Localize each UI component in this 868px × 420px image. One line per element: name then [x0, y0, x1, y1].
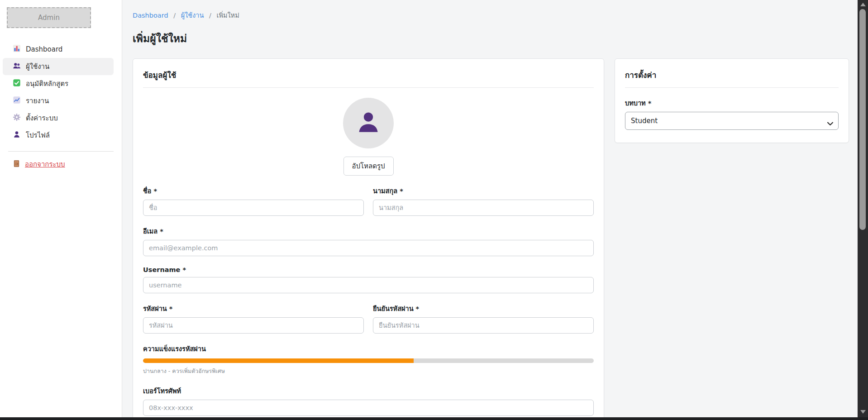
sidebar-item-label: โปรไฟล์: [26, 130, 50, 141]
settings-card-title: การตั้งค่า: [625, 69, 839, 88]
sidebar-item-label: รายงาน: [26, 95, 49, 106]
email-label: อีเมล *: [143, 226, 594, 236]
password-strength-track: [143, 358, 594, 363]
vertical-scrollbar[interactable]: [858, 0, 868, 417]
scrollbar-thumb[interactable]: [859, 9, 866, 230]
sidebar-item-reports[interactable]: รายงาน: [3, 92, 114, 110]
breadcrumb: Dashboard / ผู้ใช้งาน / เพิ่มใหม่: [133, 10, 850, 20]
confirm-password-field[interactable]: [373, 317, 594, 334]
door-icon: [13, 160, 20, 169]
sidebar-item-label: ตั้งค่าระบบ: [26, 113, 58, 124]
first-name-group: ชื่อ *: [143, 186, 364, 216]
breadcrumb-current: เพิ่มใหม่: [216, 12, 239, 19]
last-name-field[interactable]: [373, 200, 594, 216]
sidebar-item-system-settings[interactable]: ตั้งค่าระบบ: [3, 110, 114, 127]
password-strength-fill: [143, 358, 414, 363]
avatar-section: อัปโหลดรูป: [143, 98, 594, 176]
confirm-password-group: ยืนยันรหัสผ่าน *: [373, 303, 594, 334]
settings-card: การตั้งค่า บทบาท * Student: [615, 58, 849, 143]
bar-chart-icon: [13, 44, 21, 54]
name-row: ชื่อ * นามสกุล *: [143, 186, 594, 216]
window-bottom-edge: [0, 417, 868, 420]
username-group: Username *: [143, 266, 594, 293]
password-strength-hint: ปานกลาง - ควรเพิ่มตัวอักษรพิเศษ: [143, 367, 594, 376]
phone-field[interactable]: [143, 400, 594, 416]
password-label: รหัสผ่าน *: [143, 303, 364, 314]
email-group: อีเมล *: [143, 226, 594, 256]
password-field[interactable]: [143, 317, 364, 334]
person-icon: [13, 130, 21, 140]
breadcrumb-link-dashboard[interactable]: Dashboard: [133, 12, 168, 19]
breadcrumb-separator: /: [209, 12, 211, 19]
role-select-wrap: Student: [625, 112, 839, 130]
logout-label: ออกจากระบบ: [25, 159, 65, 170]
last-name-group: นามสกุล *: [373, 186, 594, 216]
sidebar-item-dashboard[interactable]: Dashboard: [3, 41, 114, 58]
user-info-card: ข้อมูลผู้ใช้ อัปโหลดรูป ชื: [133, 58, 604, 417]
email-field[interactable]: [143, 240, 594, 256]
main-content: Dashboard / ผู้ใช้งาน / เพิ่มใหม่ เพิ่มผ…: [122, 0, 858, 417]
sidebar-item-label: Dashboard: [26, 45, 62, 53]
scrollbar-up-arrow-icon[interactable]: [860, 3, 866, 6]
sidebar-item-label: ผู้ใช้งาน: [26, 61, 49, 72]
first-name-label: ชื่อ *: [143, 186, 364, 196]
app-window: Admin Dashboard: [0, 0, 868, 417]
user-info-card-title: ข้อมูลผู้ใช้: [143, 69, 594, 88]
content-row: ข้อมูลผู้ใช้ อัปโหลดรูป ชื: [133, 58, 850, 417]
password-strength-section: ความแข็งแรงรหัสผ่าน ปานกลาง - ควรเพิ่มตั…: [143, 344, 594, 376]
line-chart-icon: [13, 96, 21, 106]
users-icon: [13, 62, 21, 72]
password-strength-label: ความแข็งแรงรหัสผ่าน: [143, 344, 594, 354]
sidebar-nav: Dashboard ผู้ใช้งาน: [0, 41, 122, 144]
sidebar-logo-placeholder: Admin: [7, 7, 91, 28]
password-row: รหัสผ่าน * ยืนยันรหัสผ่าน *: [143, 303, 594, 334]
role-select[interactable]: Student: [625, 112, 839, 130]
gear-icon: [13, 113, 21, 123]
username-label: Username *: [143, 266, 594, 273]
sidebar-item-profile[interactable]: โปรไฟล์: [3, 127, 114, 144]
confirm-password-label: ยืนยันรหัสผ่าน *: [373, 303, 594, 314]
upload-photo-button[interactable]: อัปโหลดรูป: [343, 157, 394, 176]
sidebar-item-users[interactable]: ผู้ใช้งาน: [3, 58, 114, 75]
sidebar-item-label: อนุมัติหลักสูตร: [26, 78, 68, 89]
logout-link[interactable]: ออกจากระบบ: [0, 159, 122, 170]
person-silhouette-icon: [355, 109, 382, 137]
sidebar-divider: [8, 151, 114, 152]
avatar: [343, 98, 394, 148]
last-name-label: นามสกุล *: [373, 186, 594, 196]
password-group: รหัสผ่าน *: [143, 303, 364, 334]
page-title: เพิ่มผู้ใช้ใหม่: [133, 30, 850, 47]
scrollbar-down-arrow-icon[interactable]: [860, 410, 866, 414]
first-name-field[interactable]: [143, 200, 364, 216]
sidebar-logo-text: Admin: [38, 14, 60, 22]
phone-group: เบอร์โทรศัพท์: [143, 386, 594, 416]
check-square-icon: [13, 79, 21, 89]
username-field[interactable]: [143, 277, 594, 293]
sidebar: Admin Dashboard: [0, 0, 122, 417]
breadcrumb-link-users[interactable]: ผู้ใช้งาน: [181, 12, 204, 19]
breadcrumb-separator: /: [173, 12, 176, 19]
sidebar-item-course-approval[interactable]: อนุมัติหลักสูตร: [3, 75, 114, 92]
role-label: บทบาท *: [625, 98, 839, 108]
phone-label: เบอร์โทรศัพท์: [143, 386, 594, 396]
